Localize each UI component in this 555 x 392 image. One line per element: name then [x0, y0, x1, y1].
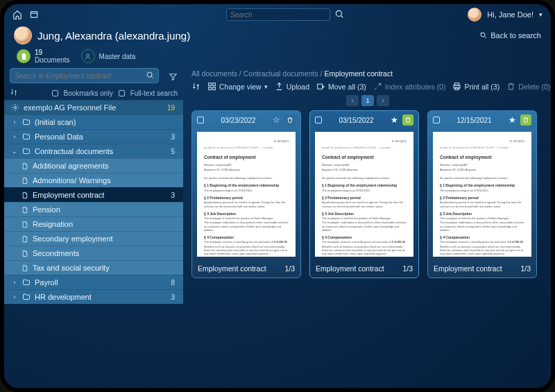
back-to-search-link[interactable]: Back to search [479, 31, 541, 40]
move-all-button[interactable]: Move all (3) [316, 82, 366, 91]
chevron-down-icon[interactable]: ▾ [539, 11, 543, 18]
fulltext-label: Full-text search [130, 90, 178, 97]
sort-icon[interactable] [10, 88, 18, 98]
crumb-current: Employment contract [324, 69, 393, 78]
card-pages: 1/3 [284, 264, 295, 273]
person-avatar [14, 26, 32, 44]
tree-item[interactable]: Additional agreements [4, 158, 183, 173]
global-search-input[interactable] [226, 8, 330, 21]
tree-root[interactable]: exemplo AG Personnel File19 [4, 100, 183, 114]
tree-item[interactable]: Admonitions/ Warnings [4, 173, 183, 187]
svg-point-3 [87, 53, 89, 56]
tree-item[interactable]: Secondary employment [4, 231, 183, 246]
back-label: Back to search [490, 31, 541, 40]
svg-rect-8 [209, 87, 212, 90]
card-title: Employment contract [316, 264, 384, 273]
tree-item[interactable]: Tax and social security [4, 260, 183, 275]
search-icon[interactable] [334, 9, 345, 20]
tree-item[interactable]: Employment contract3 [4, 187, 183, 202]
filter-icon[interactable] [169, 72, 178, 83]
crumb-all[interactable]: All documents [191, 69, 237, 78]
document-preview[interactable]: e·emplopeople for professionals of Middl… [433, 132, 531, 257]
star-icon[interactable]: ★ [391, 115, 398, 125]
home-icon[interactable] [12, 10, 22, 19]
svg-rect-10 [318, 84, 323, 89]
document-card[interactable]: 03/15/2022★e·emplopeople for professiona… [309, 110, 419, 278]
document-preview[interactable]: e·emplopeople for professionals of Middl… [197, 132, 296, 257]
tree-folder[interactable]: ›(Initial scan) [4, 114, 183, 129]
documents-count: 19 [35, 49, 70, 56]
master-data-label: Master data [99, 53, 136, 60]
svg-point-5 [15, 107, 17, 109]
pager-next[interactable]: › [377, 95, 389, 106]
card-checkbox[interactable] [315, 117, 322, 123]
bookmarks-label: Bookmarks only [64, 90, 113, 97]
document-card[interactable]: 12/15/2021★e·emplopeople for professiona… [427, 110, 537, 278]
tree-folder[interactable]: ⌄Contractual documents5 [4, 144, 183, 158]
trash-icon[interactable] [402, 114, 413, 126]
card-pages: 1/3 [402, 264, 413, 273]
card-date: 03/23/2022 [208, 117, 268, 124]
documents-tab[interactable]: 19 Documents [17, 49, 70, 64]
svg-rect-6 [209, 83, 212, 86]
search-icon[interactable] [146, 71, 154, 80]
trash-icon[interactable] [284, 114, 296, 126]
card-title: Employment contract [434, 264, 502, 273]
card-checkbox[interactable] [197, 117, 204, 123]
page-title: Jung, Alexandra (alexandra.jung) [37, 30, 190, 42]
tree-item[interactable]: Resignation [4, 216, 183, 231]
fulltext-checkbox[interactable] [119, 90, 125, 96]
svg-rect-0 [31, 12, 37, 17]
user-avatar[interactable] [468, 8, 481, 22]
svg-rect-7 [213, 83, 216, 86]
upload-button[interactable]: Upload [275, 82, 309, 91]
window-icon[interactable] [29, 10, 39, 19]
breadcrumb: All documents / Contractual documents / … [189, 68, 547, 82]
star-icon[interactable]: ★ [509, 115, 516, 125]
svg-rect-9 [213, 87, 216, 90]
sidebar-search-input[interactable] [15, 72, 142, 80]
tree-folder[interactable]: ›HR development3 [4, 289, 183, 304]
tree-item[interactable]: Pension [4, 202, 183, 216]
sort-button[interactable] [191, 82, 200, 91]
greeting-text: Hi, Jane Doe! [487, 10, 533, 19]
tree-item[interactable]: Secondments [4, 246, 183, 260]
master-data-tab[interactable]: Master data [81, 49, 136, 63]
svg-point-4 [147, 72, 152, 77]
pager-prev[interactable]: ‹ [346, 95, 359, 106]
svg-point-1 [336, 10, 341, 16]
card-date: 12/15/2021 [444, 117, 504, 124]
star-icon[interactable]: ☆ [273, 115, 280, 125]
documents-icon [17, 49, 31, 63]
trash-icon[interactable] [520, 114, 531, 126]
delete-button[interactable]: Delete (0) [506, 82, 550, 91]
documents-label: Documents [35, 56, 70, 64]
change-view-button[interactable]: Change view ▾ [207, 82, 268, 91]
tree-folder[interactable]: ›Personal Data3 [4, 129, 183, 144]
index-attributes-button[interactable]: Index attributes (0) [373, 82, 446, 91]
pager-page[interactable]: 1 [361, 95, 374, 106]
card-date: 03/15/2022 [326, 117, 386, 124]
person-icon [81, 49, 95, 63]
card-checkbox[interactable] [433, 117, 440, 123]
card-pages: 1/3 [520, 264, 531, 273]
document-card[interactable]: 03/23/2022☆e·emplopeople for professiona… [191, 110, 301, 278]
bookmarks-checkbox[interactable] [52, 90, 58, 96]
crumb-category[interactable]: Contractual documents [244, 69, 318, 78]
tree-folder[interactable]: ›Payroll8 [4, 275, 183, 289]
document-preview[interactable]: e·emplopeople for professionals of Middl… [315, 132, 413, 257]
print-all-button[interactable]: Print all (3) [452, 82, 500, 91]
card-title: Employment contract [198, 264, 266, 273]
